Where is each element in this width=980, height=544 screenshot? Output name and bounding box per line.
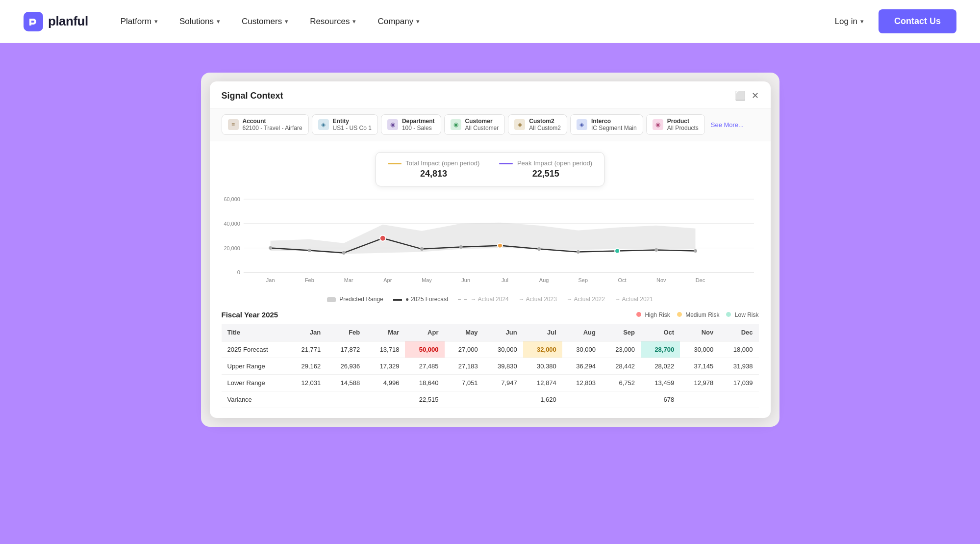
cell-3-7 [562, 391, 602, 408]
svg-text:Jun: Jun [461, 277, 470, 283]
nav-company[interactable]: Company ▾ [369, 13, 428, 30]
tooltip-container: Total Impact (open period) 24,813 Peak I… [210, 141, 771, 194]
cell-2-1: 14,588 [327, 375, 366, 391]
svg-marker-9 [270, 223, 695, 254]
cell-1-4: 27,183 [445, 358, 484, 375]
cell-0-9: 28,700 [641, 341, 680, 358]
col-mar: Mar [366, 324, 405, 341]
hero-section: Signal Context ⬜ ✕ ≡ Account 62100 - Tra… [0, 43, 980, 427]
fiscal-header: Fiscal Year 2025 High Risk Medium Risk [222, 311, 759, 319]
interco-icon: ◈ [577, 119, 587, 130]
svg-point-10 [269, 246, 272, 250]
fiscal-year-title: Fiscal Year 2025 [222, 311, 278, 319]
legend-predicted-range: Predicted Range [327, 296, 383, 303]
svg-point-14 [459, 245, 462, 249]
account-icon: ≡ [228, 119, 239, 130]
legend-actual-2023: → Actual 2023 [519, 296, 557, 303]
cell-1-3: 27,485 [405, 358, 444, 375]
entity-icon: ◈ [318, 119, 329, 130]
cell-1-8: 28,442 [602, 358, 641, 375]
total-impact-line-icon [388, 163, 402, 164]
svg-text:Jul: Jul [501, 277, 508, 283]
row-title-0: 2025 Forecast [222, 341, 288, 358]
cell-2-5: 7,947 [484, 375, 523, 391]
see-more-link[interactable]: See More... [711, 121, 744, 129]
nav-platform[interactable]: Platform ▾ [112, 13, 167, 30]
nav-solutions[interactable]: Solutions ▾ [171, 13, 229, 30]
nav-resources[interactable]: Resources ▾ [301, 13, 365, 30]
svg-text:Aug: Aug [539, 277, 548, 283]
svg-point-11 [307, 249, 311, 252]
predicted-range-icon [327, 297, 336, 302]
cell-0-0: 21,771 [287, 341, 327, 358]
navbar: planful Platform ▾ Solutions ▾ Customers… [0, 0, 980, 43]
high-risk-label: High Risk [636, 311, 670, 318]
cell-3-10 [680, 391, 719, 408]
dim-account: ≡ Account 62100 - Travel - Airfare [222, 114, 309, 135]
signal-dialog-title: Signal Context [222, 91, 283, 101]
chart-legend: Predicted Range ● 2025 Forecast → Actual… [222, 294, 759, 307]
cell-0-3: 50,000 [405, 341, 444, 358]
cell-2-9: 13,459 [641, 375, 680, 391]
svg-text:Oct: Oct [618, 277, 626, 283]
cell-3-6: 1,620 [523, 391, 562, 408]
logo-icon [24, 12, 43, 31]
cell-3-5 [484, 391, 523, 408]
dimension-bar: ≡ Account 62100 - Travel - Airfare ◈ Ent… [210, 108, 771, 141]
signal-header-icons: ⬜ ✕ [735, 90, 759, 101]
svg-point-17 [654, 248, 658, 252]
svg-point-16 [576, 250, 579, 254]
contact-us-button[interactable]: Contact Us [879, 9, 956, 33]
cell-0-8: 23,000 [602, 341, 641, 358]
cell-1-2: 17,329 [366, 358, 405, 375]
svg-text:Mar: Mar [344, 277, 353, 283]
login-button[interactable]: Log in ▾ [828, 13, 871, 30]
table-row: Upper Range29,16226,93617,32927,48527,18… [222, 358, 759, 375]
risk-legend: High Risk Medium Risk Low Risk [636, 311, 758, 318]
dim-entity: ◈ Entity US1 - US Co 1 [312, 114, 378, 135]
cell-3-9: 678 [641, 391, 680, 408]
col-jan: Jan [287, 324, 327, 341]
nav-customers[interactable]: Customers ▾ [233, 13, 297, 30]
cell-3-1 [327, 391, 366, 408]
cell-0-11: 18,000 [719, 341, 758, 358]
cell-2-8: 6,752 [602, 375, 641, 391]
cell-1-0: 29,162 [287, 358, 327, 375]
cell-2-2: 4,996 [366, 375, 405, 391]
cell-3-8 [602, 391, 641, 408]
cell-2-3: 18,640 [405, 375, 444, 391]
cell-0-6: 32,000 [523, 341, 562, 358]
export-icon[interactable]: ⬜ [735, 90, 746, 101]
col-jun: Jun [484, 324, 523, 341]
svg-text:Jan: Jan [266, 277, 275, 283]
forecast-line-icon [393, 299, 402, 301]
actual-2024-icon [458, 299, 467, 300]
modal-outer-card: Signal Context ⬜ ✕ ≡ Account 62100 - Tra… [201, 73, 779, 427]
logo[interactable]: planful [24, 12, 88, 31]
signal-dialog-header: Signal Context ⬜ ✕ [210, 81, 771, 108]
platform-chevron-icon: ▾ [154, 18, 158, 25]
cell-1-7: 36,294 [562, 358, 602, 375]
peak-impact-line-icon [499, 163, 513, 164]
svg-text:Sep: Sep [578, 277, 587, 283]
cell-2-4: 7,051 [445, 375, 484, 391]
col-nov: Nov [680, 324, 719, 341]
cell-2-6: 12,874 [523, 375, 562, 391]
close-icon[interactable]: ✕ [752, 90, 759, 101]
nav-actions: Log in ▾ Contact Us [828, 9, 956, 33]
cell-2-10: 12,978 [680, 375, 719, 391]
row-title-2: Lower Range [222, 375, 288, 391]
signal-context-dialog: Signal Context ⬜ ✕ ≡ Account 62100 - Tra… [210, 81, 771, 418]
cell-3-3: 22,515 [405, 391, 444, 408]
customers-chevron-icon: ▾ [285, 18, 288, 25]
cell-0-7: 30,000 [562, 341, 602, 358]
resources-chevron-icon: ▾ [352, 18, 356, 25]
svg-point-13 [420, 247, 424, 251]
logo-text: planful [48, 14, 88, 29]
row-title-1: Upper Range [222, 358, 288, 375]
jul-dot [497, 243, 502, 248]
custom2-icon: ◈ [514, 119, 525, 130]
table-section: Fiscal Year 2025 High Risk Medium Risk [210, 311, 771, 418]
legend-2025-forecast: ● 2025 Forecast [393, 296, 449, 303]
data-table: Title Jan Feb Mar Apr May Jun Jul Aug Se… [222, 324, 759, 408]
